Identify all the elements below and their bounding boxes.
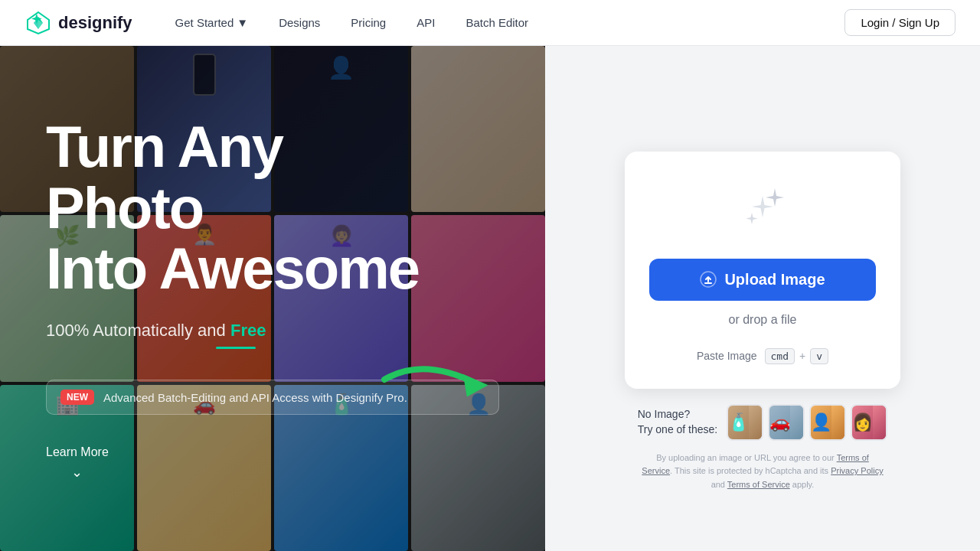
upload-icon (700, 271, 717, 288)
sample-thumb-4[interactable]: 👩 (851, 404, 887, 441)
header-left: designify Get Started ▼ Designs Pricing … (24, 9, 541, 37)
or-drop-text: or drop a file (729, 313, 797, 327)
hero-right-panel: Upload Image or drop a file Paste Image … (545, 46, 980, 551)
free-underline (216, 347, 256, 349)
privacy-policy-link[interactable]: Privacy Policy (831, 466, 883, 475)
nav-api[interactable]: API (404, 11, 447, 34)
arrow-container (377, 349, 499, 413)
hero-overlay: Turn Any Photo Into Awesome 100% Automat… (0, 46, 545, 551)
new-badge: NEW (60, 390, 94, 405)
chevron-down-icon: ▼ (237, 16, 248, 29)
upload-card: Upload Image or drop a file Paste Image … (625, 152, 900, 389)
no-image-row: No Image? Try one of these: 🧴 🚗 👤 👩 (638, 404, 888, 441)
hero-title: Turn Any Photo Into Awesome (46, 116, 499, 299)
green-arrow-icon (377, 349, 499, 410)
paste-row: Paste Image cmd + v (697, 348, 828, 364)
designify-logo-icon (24, 9, 52, 37)
sample-thumb-3[interactable]: 👤 (809, 404, 846, 441)
hero-section: 👤 🌿 👨‍💼 👩‍🦱 🏢 🚗 🧴 (0, 46, 980, 551)
chevron-down-icon: ⌄ (71, 464, 83, 481)
cmd-key: cmd (765, 348, 795, 364)
logo[interactable]: designify (24, 9, 132, 37)
paste-label: Paste Image (697, 350, 757, 362)
no-image-label: No Image? Try one of these: (638, 407, 718, 437)
tos-text: By uploading an image or URL you agree t… (640, 452, 885, 492)
new-badge-text: Advanced Batch-Editing and API Access wi… (103, 391, 407, 404)
hero-left-panel: 👤 🌿 👨‍💼 👩‍🦱 🏢 🚗 🧴 (0, 46, 545, 551)
free-text: Free (230, 321, 266, 340)
tos-link-2[interactable]: Terms of Service (727, 480, 790, 489)
plus-sign: + (799, 350, 805, 362)
sample-thumb-1[interactable]: 🧴 (727, 404, 763, 441)
nav-designs[interactable]: Designs (266, 11, 332, 34)
nav-pricing[interactable]: Pricing (338, 11, 398, 34)
nav-batch-editor[interactable]: Batch Editor (453, 11, 541, 34)
login-signup-button[interactable]: Login / Sign Up (844, 9, 956, 36)
upload-image-button[interactable]: Upload Image (649, 259, 876, 301)
nav-get-started[interactable]: Get Started ▼ (163, 11, 261, 34)
sample-thumbnails: 🧴 🚗 👤 👩 (727, 404, 887, 441)
hero-subtitle: 100% Automatically and Free (46, 321, 499, 341)
sparkle-icon (735, 182, 790, 240)
header: designify Get Started ▼ Designs Pricing … (0, 0, 980, 46)
logo-text: designify (58, 13, 132, 33)
learn-more-button[interactable]: Learn More ⌄ (46, 445, 109, 481)
svg-marker-2 (463, 370, 490, 397)
v-key: v (810, 348, 828, 364)
main-nav: Get Started ▼ Designs Pricing API Batch … (163, 11, 541, 34)
sample-thumb-2[interactable]: 🚗 (768, 404, 805, 441)
